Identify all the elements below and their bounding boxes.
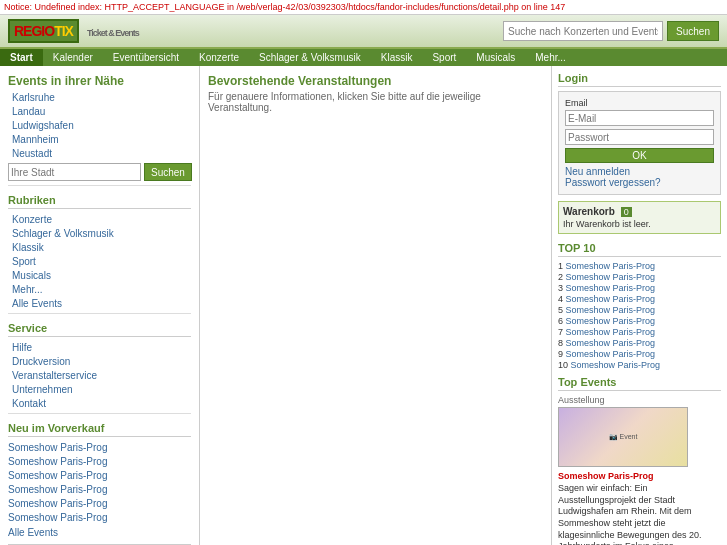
main-layout: Events in ihrer Nähe Karlsruhe Landau Lu…: [0, 66, 727, 545]
forgot-password-link[interactable]: Passwort vergessen?: [565, 177, 661, 188]
rubrik-sport[interactable]: Sport: [12, 256, 36, 267]
nav-item-sport[interactable]: Sport: [422, 49, 466, 66]
rubrik-schlager[interactable]: Schlager & Volksmusik: [12, 228, 114, 239]
list-item: 10 Someshow Paris-Prog: [558, 360, 721, 370]
warenkorb-box: Warenkorb 0 Ihr Warenkorb ist leer.: [558, 201, 721, 234]
top10-item-4[interactable]: Someshow Paris-Prog: [566, 294, 656, 304]
nav-item-start[interactable]: Start: [0, 49, 43, 66]
naehe-link-landau[interactable]: Landau: [12, 106, 45, 117]
search-area: Suchen: [503, 21, 719, 41]
vorverkauf-item-1[interactable]: Someshow Paris-Prog: [8, 456, 107, 467]
neu-vorverkauf-title: Neu im Vorverkauf: [8, 422, 191, 437]
naehe-link-ludwigshafen[interactable]: Ludwigshafen: [12, 120, 74, 131]
city-search-button[interactable]: Suchen: [144, 163, 192, 181]
logo-tagline: Ticket & Events: [87, 28, 139, 38]
rubrik-klassik[interactable]: Klassik: [12, 242, 44, 253]
alle-events-link[interactable]: Alle Events: [8, 527, 191, 538]
list-item: Someshow Paris-Prog: [8, 497, 191, 509]
password-input[interactable]: [565, 129, 714, 145]
service-unternehmen[interactable]: Unternehmen: [12, 384, 73, 395]
top10-num-9: 9: [558, 349, 566, 359]
top10-item-6[interactable]: Someshow Paris-Prog: [566, 316, 656, 326]
top10-num-3: 3: [558, 283, 566, 293]
rubriken-list: Konzerte Schlager & Volksmusik Klassik S…: [12, 213, 191, 309]
naehe-link-neustadt[interactable]: Neustadt: [12, 148, 52, 159]
service-druckversion[interactable]: Druckversion: [12, 356, 70, 367]
events-naehe-title: Events in ihrer Nähe: [8, 74, 191, 88]
vorverkauf-item-2[interactable]: Someshow Paris-Prog: [8, 470, 107, 481]
error-bar: Notice: Undefined index: HTTP_ACCEPT_LAN…: [0, 0, 727, 15]
bevorstehende-title: Bevorstehende Veranstaltungen: [208, 74, 543, 88]
top10-num-6: 6: [558, 316, 566, 326]
nav-item-musicals[interactable]: Musicals: [466, 49, 525, 66]
list-item: 4 Someshow Paris-Prog: [558, 294, 721, 304]
top10-item-5[interactable]: Someshow Paris-Prog: [566, 305, 656, 315]
nav-item-mehr[interactable]: Mehr...: [525, 49, 576, 66]
top10-item-3[interactable]: Someshow Paris-Prog: [566, 283, 656, 293]
nav-item-konzerte[interactable]: Konzerte: [189, 49, 249, 66]
top10-item-2[interactable]: Someshow Paris-Prog: [566, 272, 656, 282]
vorverkauf-item-0[interactable]: Someshow Paris-Prog: [8, 442, 107, 453]
city-input[interactable]: [8, 163, 141, 181]
event-name: Someshow Paris-Prog: [558, 471, 721, 481]
top10-num-4: 4: [558, 294, 566, 304]
login-button[interactable]: OK: [565, 148, 714, 163]
top10-num-7: 7: [558, 327, 566, 337]
vorverkauf-item-5[interactable]: Someshow Paris-Prog: [8, 512, 107, 523]
center-column: Bevorstehende Veranstaltungen Für genaue…: [200, 66, 552, 545]
register-link[interactable]: Neu anmelden: [565, 166, 630, 177]
top10-num-1: 1: [558, 261, 566, 271]
login-small-links: Neu anmelden Passwort vergessen?: [565, 166, 714, 188]
naehe-link-karlsruhe[interactable]: Karlsruhe: [12, 92, 55, 103]
top10-title: TOP 10: [558, 242, 721, 257]
email-input[interactable]: [565, 110, 714, 126]
warenkorb-title: Warenkorb: [563, 206, 615, 217]
vorverkauf-list: Someshow Paris-Prog Someshow Paris-Prog …: [8, 441, 191, 523]
naehe-link-mannheim[interactable]: Mannheim: [12, 134, 59, 145]
right-column: Login Email OK Neu anmelden Passwort ver…: [552, 66, 727, 545]
search-button[interactable]: Suchen: [667, 21, 719, 41]
event-image: 📷 Event: [558, 407, 688, 467]
service-list: Hilfe Druckversion Veranstalterservice U…: [12, 341, 191, 409]
list-item: 5 Someshow Paris-Prog: [558, 305, 721, 315]
nav-item-kalender[interactable]: Kalender: [43, 49, 103, 66]
top10-item-9[interactable]: Someshow Paris-Prog: [566, 349, 656, 359]
service-kontakt[interactable]: Kontakt: [12, 398, 46, 409]
list-item: 7 Someshow Paris-Prog: [558, 327, 721, 337]
logo-regio: REGIO: [14, 23, 54, 39]
rubrik-musicals[interactable]: Musicals: [12, 270, 51, 281]
service-title: Service: [8, 322, 191, 337]
top10-item-8[interactable]: Someshow Paris-Prog: [566, 338, 656, 348]
top10-list: 1 Someshow Paris-Prog 2 Someshow Paris-P…: [558, 261, 721, 370]
list-item: 9 Someshow Paris-Prog: [558, 349, 721, 359]
top10-item-7[interactable]: Someshow Paris-Prog: [566, 327, 656, 337]
content-area: [208, 119, 543, 419]
service-hilfe[interactable]: Hilfe: [12, 342, 32, 353]
list-item: Someshow Paris-Prog: [8, 483, 191, 495]
top10-item-1[interactable]: Someshow Paris-Prog: [566, 261, 656, 271]
nav-item-schlager[interactable]: Schlager & Volksmusik: [249, 49, 371, 66]
top10-item-10[interactable]: Someshow Paris-Prog: [571, 360, 661, 370]
vorverkauf-item-4[interactable]: Someshow Paris-Prog: [8, 498, 107, 509]
event-description: Sagen wir einfach: Ein Ausstellungsproje…: [558, 483, 721, 545]
nav-item-eventuebersicht[interactable]: Eventübersicht: [103, 49, 189, 66]
nav-item-klassik[interactable]: Klassik: [371, 49, 423, 66]
list-item: 3 Someshow Paris-Prog: [558, 283, 721, 293]
top-events-title: Top Events: [558, 376, 721, 391]
vorverkauf-item-3[interactable]: Someshow Paris-Prog: [8, 484, 107, 495]
rubrik-mehr[interactable]: Mehr...: [12, 284, 43, 295]
service-veranstalterservice[interactable]: Veranstalterservice: [12, 370, 97, 381]
top10-num-10: 10: [558, 360, 571, 370]
list-item: 2 Someshow Paris-Prog: [558, 272, 721, 282]
top10-num-2: 2: [558, 272, 566, 282]
logo: REGIOTIX Ticket & Events: [8, 19, 139, 43]
list-item: Someshow Paris-Prog: [8, 441, 191, 453]
rubrik-konzerte[interactable]: Konzerte: [12, 214, 52, 225]
navbar: Start Kalender Eventübersicht Konzerte S…: [0, 49, 727, 66]
rubrik-alle-events[interactable]: Alle Events: [12, 298, 62, 309]
search-input[interactable]: [503, 21, 663, 41]
top-events-section: Top Events Ausstellung 📷 Event Someshow …: [558, 376, 721, 545]
events-naehe-list: Karlsruhe Landau Ludwigshafen Mannheim N…: [12, 91, 191, 159]
city-search-area: Suchen: [8, 163, 191, 181]
header: REGIOTIX Ticket & Events Suchen: [0, 15, 727, 49]
